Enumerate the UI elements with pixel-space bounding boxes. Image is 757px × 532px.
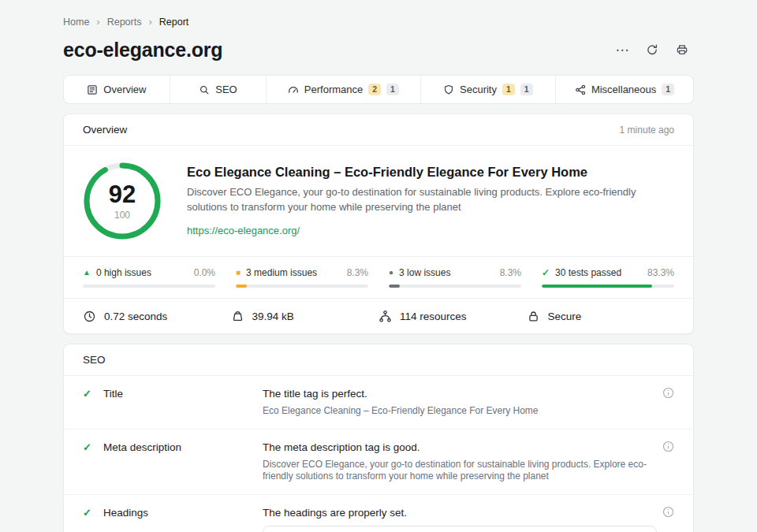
gauge-icon [288,84,299,95]
seo-card-title: SEO [83,354,106,366]
site-url-link[interactable]: https://eco-elegance.org/ [187,225,300,236]
issue-label: 30 tests passed [555,267,621,278]
lock-icon [527,310,540,323]
check-icon: ✓ [83,387,103,400]
seo-card: SEO ✓ Title The title tag is perfect. Ec… [63,344,694,532]
medium-issues-marker-icon: ■ [236,269,241,277]
site-title: Eco Elegance Cleaning – Eco-Friendly Ele… [187,165,674,180]
high-issues-marker-icon: ▲ [83,269,91,277]
issue-label: 3 medium issues [246,267,317,278]
metric-label: 0.72 seconds [104,311,167,322]
score-readout: 92 100 [83,162,162,240]
resources-icon [378,310,392,323]
neutral-count-badge: 1 [386,84,399,95]
low-issues-stat: ● 3 low issues 8.3% [389,266,521,288]
tab-label: Performance [304,84,363,95]
overview-card-title: Overview [83,124,127,136]
check-icon: ✓ [83,441,103,454]
seo-row-title: ✓ Title The title tag is perfect. Eco El… [64,376,693,430]
metric-security: Secure [527,309,675,323]
metric-load-time: 0.72 seconds [83,309,231,323]
more-options-button[interactable]: ⋯ [610,39,634,60]
score-max: 100 [114,210,130,221]
check-detail: Discover ECO Elegance, your go-to destin… [263,459,657,482]
tab-label: SEO [215,84,237,95]
metric-label: Secure [548,311,582,322]
issue-progress-track [389,285,521,288]
issue-progress-fill [389,285,400,288]
refresh-icon [646,43,658,56]
overview-icon [87,84,98,95]
toolbar: ⋯ [610,39,694,60]
warning-count-badge: 2 [368,84,381,95]
tab-miscellaneous[interactable]: Miscellaneous 1 [556,76,693,103]
tab-performance[interactable]: Performance 2 1 [267,76,421,103]
high-issues-stat: ▲ 0 high issues 0.0% [83,266,215,288]
breadcrumb: Home › Reports › Report [63,16,694,28]
clock-icon [83,310,96,323]
metric-resources: 114 resources [378,309,527,323]
title-row: eco-elegance.org ⋯ [63,37,694,62]
low-issues-marker-icon: ● [389,269,393,277]
issue-progress-fill [236,285,247,288]
info-icon[interactable] [662,387,674,399]
tab-seo[interactable]: SEO [170,76,267,103]
issue-percent: 8.3% [500,267,521,278]
issue-progress-fill [542,285,652,288]
check-result: The title tag is perfect. Eco Elegance C… [263,387,657,417]
tab-label: Overview [103,84,146,95]
chevron-right-icon: › [148,17,151,27]
tab-security[interactable]: Security 1 1 [421,76,556,103]
check-icon: ✓ [542,268,550,277]
info-icon[interactable] [662,441,674,452]
weight-icon [231,310,244,323]
score-value: 92 [109,182,136,206]
report-tabs: Overview SEO Performance 2 1 [63,75,694,104]
check-detail: Eco Elegance Cleaning – Eco-Friendly Ele… [263,405,657,417]
printer-icon [676,43,688,56]
site-info: Eco Elegance Cleaning – Eco-Friendly Ele… [187,165,674,238]
report-page: Home › Reports › Report eco-elegance.org… [63,0,694,532]
check-icon: ✓ [83,506,103,519]
more-icon: ⋯ [616,43,629,57]
issue-percent: 0.0% [194,267,215,278]
check-name: Headings [103,506,263,519]
page-title: eco-elegance.org [63,39,222,61]
medium-issues-stat: ■ 3 medium issues 8.3% [236,266,368,288]
overview-summary: 92 100 Eco Elegance Cleaning – Eco-Frien… [64,146,693,256]
issue-percent: 83.3% [647,267,674,278]
refresh-button[interactable] [640,39,664,60]
check-message: The headings are properly set. [263,506,657,519]
search-icon [199,84,210,95]
warning-count-badge: 1 [502,84,515,95]
check-name: Title [103,387,263,400]
issues-summary-row: ▲ 0 high issues 0.0% ■ 3 medium issues 8… [64,256,693,298]
check-result: The headings are properly set. [263,506,657,532]
tab-label: Miscellaneous [591,84,656,95]
print-button[interactable] [670,39,694,60]
breadcrumb-home[interactable]: Home [63,17,89,28]
score-gauge: 92 100 [83,162,162,240]
check-result: The meta description tag is good. Discov… [263,441,657,482]
tests-passed-stat: ✓ 30 tests passed 83.3% [542,266,674,288]
overview-card: Overview 1 minute ago 92 100 Eco Eleganc… [63,113,694,334]
info-icon[interactable] [662,506,674,518]
check-name: Meta description [103,441,263,454]
site-description: Discover ECO Elegance, your go-to destin… [187,185,674,215]
check-message: The title tag is perfect. [263,387,657,400]
breadcrumb-report: Report [159,17,189,28]
seo-card-header: SEO [64,344,693,376]
chevron-right-icon: › [96,17,99,27]
report-timestamp: 1 minute ago [620,125,674,136]
tab-overview[interactable]: Overview [64,76,170,103]
shield-icon [443,84,454,95]
neutral-count-badge: 1 [662,84,674,95]
neutral-count-badge: 1 [520,84,533,95]
metric-label: 39.94 kB [252,311,294,322]
metrics-row: 0.72 seconds 39.94 kB [64,298,693,333]
check-message: The meta description tag is good. [263,441,657,454]
issue-label: 3 low issues [399,267,450,278]
breadcrumb-reports[interactable]: Reports [107,17,142,28]
issue-progress-track [542,285,674,288]
metric-page-size: 39.94 kB [231,309,379,323]
